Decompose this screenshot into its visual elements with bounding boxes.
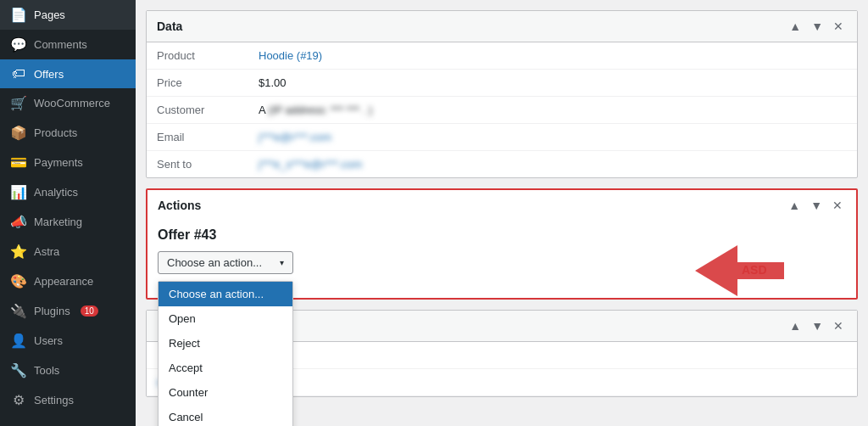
sidebar-item-label: Astra bbox=[34, 245, 59, 258]
sidebar-item-astra[interactable]: ⭐ Astra bbox=[0, 237, 136, 266]
actions-close-button[interactable]: ✕ bbox=[829, 197, 846, 214]
chevron-down-icon: ▾ bbox=[280, 258, 284, 267]
sidebar-item-comments[interactable]: 💬 Comments bbox=[0, 30, 136, 59]
sidebar-item-analytics[interactable]: 📊 Analytics bbox=[0, 177, 136, 207]
sidebar-item-label: Settings bbox=[34, 394, 74, 406]
sidebar-item-label: Analytics bbox=[34, 186, 78, 199]
sidebar-item-payments[interactable]: 💳 Payments bbox=[0, 148, 136, 177]
bottom-card-close-button[interactable]: ✕ bbox=[830, 317, 847, 334]
table-row: Email j***e@r***.com bbox=[147, 124, 857, 151]
sidebar-item-marketing[interactable]: 📣 Marketing bbox=[0, 207, 136, 237]
svg-text:ASD: ASD bbox=[742, 263, 767, 277]
table-row: Sent to j***e_s***e@r***.com bbox=[147, 151, 857, 178]
sidebar-item-plugins[interactable]: 🔌 Plugins 10 bbox=[0, 296, 136, 326]
action-dropdown-trigger[interactable]: Choose an action... ▾ bbox=[158, 251, 293, 274]
sidebar-item-settings[interactable]: ⚙ Settings bbox=[0, 385, 136, 415]
dropdown-item-reject[interactable]: Reject bbox=[159, 331, 292, 356]
sidebar-item-products[interactable]: 📦 Products bbox=[0, 118, 136, 148]
sidebar-item-label: Marketing bbox=[34, 216, 82, 228]
data-card-title: Data bbox=[157, 20, 182, 33]
main-content: Data ▲ ▼ ✕ Product Hoodie (#19) Price $1… bbox=[136, 0, 868, 426]
bottom-card-down-button[interactable]: ▼ bbox=[808, 317, 826, 334]
sidebar-item-label: Appearance bbox=[34, 275, 93, 288]
product-link[interactable]: Hoodie (#19) bbox=[259, 49, 322, 62]
customer-label: Customer bbox=[147, 97, 248, 124]
sidebar-item-label: Users bbox=[34, 334, 63, 347]
actions-collapse-up-button[interactable]: ▲ bbox=[785, 197, 804, 214]
dropdown-item-counter[interactable]: Counter bbox=[159, 380, 292, 405]
analytics-icon: 📊 bbox=[10, 184, 27, 200]
sidebar-item-zeptomail[interactable]: ✉ ZeptoMail bbox=[0, 415, 136, 426]
astra-icon: ⭐ bbox=[10, 244, 27, 260]
sent-to-label: Sent to bbox=[147, 151, 248, 178]
plugins-icon: 🔌 bbox=[10, 303, 27, 319]
sidebar-item-woocommerce[interactable]: 🛒 WooCommerce bbox=[0, 88, 136, 118]
customer-value: A (IP address: *** *** . ) bbox=[248, 97, 857, 124]
appearance-icon: 🎨 bbox=[10, 273, 27, 289]
actions-collapse-down-button[interactable]: ▼ bbox=[807, 197, 826, 214]
data-card-header: Data ▲ ▼ ✕ bbox=[147, 11, 857, 42]
product-label: Product bbox=[147, 42, 248, 70]
action-dropdown-container: Choose an action... ▾ Choose an action..… bbox=[147, 248, 303, 281]
table-row: Customer A (IP address: *** *** . ) bbox=[147, 97, 857, 124]
sidebar-item-appearance[interactable]: 🎨 Appearance bbox=[0, 266, 136, 296]
sidebar-item-label: Comments bbox=[34, 38, 87, 51]
price-label: Price bbox=[147, 70, 248, 97]
sidebar-item-label: Pages bbox=[34, 8, 65, 21]
offer-title: Offer #43 bbox=[147, 221, 856, 248]
payments-icon: 💳 bbox=[10, 154, 27, 171]
action-dropdown-menu: Choose an action... Open Reject Accept C… bbox=[158, 281, 293, 426]
email-label: Email bbox=[147, 124, 248, 151]
email-value: j***e@r***.com bbox=[248, 124, 857, 151]
settings-icon: ⚙ bbox=[10, 392, 27, 408]
sidebar-item-label: Payments bbox=[34, 156, 83, 169]
sent-to-value: j***e_s***e@r***.com bbox=[248, 151, 857, 178]
customer-blurred: (IP address: *** *** . ) bbox=[269, 104, 373, 116]
sidebar-item-offers[interactable]: 🏷 Offers bbox=[0, 59, 136, 88]
offers-icon: 🏷 bbox=[10, 66, 27, 81]
sidebar-item-label: Offers bbox=[34, 68, 64, 81]
sidebar-item-label: Tools bbox=[34, 364, 59, 377]
email-blurred: j***e@r***.com bbox=[259, 131, 331, 143]
sent-to-blurred: j***e_s***e@r***.com bbox=[259, 158, 362, 171]
marketing-icon: 📣 bbox=[10, 214, 27, 230]
data-card: Data ▲ ▼ ✕ Product Hoodie (#19) Price $1… bbox=[146, 10, 858, 178]
data-card-collapse-down-button[interactable]: ▼ bbox=[808, 18, 826, 35]
comments-icon: 💬 bbox=[10, 36, 27, 53]
data-table: Product Hoodie (#19) Price $1.00 Custome… bbox=[147, 42, 857, 177]
sidebar-item-users[interactable]: 👤 Users bbox=[0, 326, 136, 356]
users-icon: 👤 bbox=[10, 333, 27, 349]
plugins-badge: 10 bbox=[81, 305, 98, 317]
products-icon: 📦 bbox=[10, 125, 27, 141]
dropdown-item-open[interactable]: Open bbox=[159, 306, 292, 331]
price-value: $1.00 bbox=[248, 70, 857, 97]
sidebar-item-label: Plugins bbox=[34, 305, 70, 317]
data-card-close-button[interactable]: ✕ bbox=[830, 18, 847, 35]
actions-card: Actions ▲ ▼ ✕ Offer #43 Choose an action… bbox=[146, 188, 858, 300]
actions-card-title: Actions bbox=[158, 199, 201, 212]
sidebar-item-pages[interactable]: 📄 Pages bbox=[0, 0, 136, 30]
dropdown-selected-label: Choose an action... bbox=[167, 256, 262, 269]
data-card-collapse-up-button[interactable]: ▲ bbox=[786, 18, 804, 35]
dropdown-item-cancel[interactable]: Cancel bbox=[159, 405, 292, 426]
pages-icon: 📄 bbox=[10, 7, 27, 23]
actions-card-header: Actions ▲ ▼ ✕ bbox=[147, 190, 856, 221]
zeptomail-icon: ✉ bbox=[10, 422, 27, 426]
dropdown-item-choose[interactable]: Choose an action... bbox=[159, 282, 292, 306]
table-row: Price $1.00 bbox=[147, 70, 857, 97]
data-card-controls: ▲ ▼ ✕ bbox=[786, 18, 847, 35]
sidebar-item-label: WooCommerce bbox=[34, 97, 110, 109]
actions-card-controls: ▲ ▼ ✕ bbox=[785, 197, 846, 214]
table-row: Product Hoodie (#19) bbox=[147, 42, 857, 70]
sidebar: 📄 Pages 💬 Comments 🏷 Offers 🛒 WooCommerc… bbox=[0, 0, 136, 426]
tools-icon: 🔧 bbox=[10, 362, 27, 378]
sidebar-item-tools[interactable]: 🔧 Tools bbox=[0, 356, 136, 385]
woocommerce-icon: 🛒 bbox=[10, 95, 27, 111]
dropdown-item-accept[interactable]: Accept bbox=[159, 356, 292, 380]
sidebar-item-label: Products bbox=[34, 126, 77, 139]
product-value: Hoodie (#19) bbox=[248, 42, 857, 70]
bottom-card-up-button[interactable]: ▲ bbox=[786, 317, 804, 334]
bottom-card-controls: ▲ ▼ ✕ bbox=[786, 317, 847, 334]
